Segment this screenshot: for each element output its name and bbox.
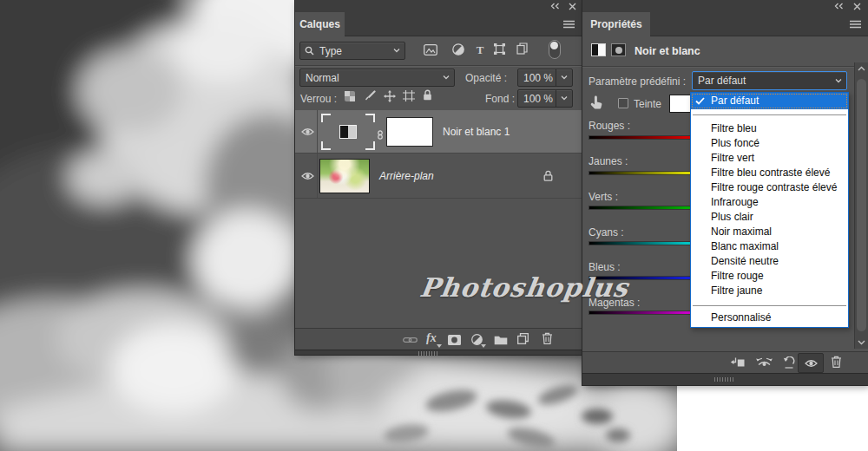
layer-filter-value: Type xyxy=(314,45,342,57)
link-layers-icon[interactable] xyxy=(403,337,418,343)
chevron-down-icon xyxy=(389,49,404,53)
layer-list: Noir et blanc 1 Arrière-plan xyxy=(295,110,582,199)
blend-mode-select[interactable]: Normal xyxy=(299,69,455,87)
layer-row-noir-et-blanc[interactable]: Noir et blanc 1 xyxy=(295,110,582,154)
slider-cyans[interactable] xyxy=(589,241,691,245)
scrollbar[interactable] xyxy=(854,62,868,349)
panel-resize-bar[interactable] xyxy=(582,373,868,385)
dropdown-item-selected[interactable]: Par défaut xyxy=(691,93,848,109)
dropdown-item[interactable]: Filtre rouge contraste élevé xyxy=(691,180,848,195)
toggle-visibility-button[interactable] xyxy=(798,353,824,373)
checkmark-icon xyxy=(695,97,705,105)
close-icon[interactable] xyxy=(569,3,576,10)
dropdown-separator xyxy=(693,305,846,306)
layer-name[interactable]: Arrière-plan xyxy=(379,170,434,182)
mask-icon[interactable] xyxy=(611,43,626,56)
preset-value: Par défaut xyxy=(693,75,746,87)
layer-name[interactable]: Noir et blanc 1 xyxy=(443,126,510,138)
layer-row-arriere-plan[interactable]: Arrière-plan xyxy=(295,154,582,199)
group-icon[interactable] xyxy=(494,335,508,345)
preset-select[interactable]: Par défaut xyxy=(692,71,847,90)
tint-checkbox[interactable] xyxy=(618,98,628,108)
view-previous-state-icon[interactable] xyxy=(756,357,773,369)
fx-icon[interactable]: fx xyxy=(426,331,437,345)
smartobject-filter-icon[interactable] xyxy=(516,42,528,55)
background-layer-thumbnail[interactable] xyxy=(319,159,370,193)
fill-input[interactable]: 100 % xyxy=(517,89,573,108)
adjustment-layer-thumbnail[interactable] xyxy=(339,125,357,139)
slider-label-magentas: Magentas : xyxy=(589,297,640,309)
dropdown-item-custom[interactable]: Personnalisé xyxy=(691,310,848,325)
properties-footer xyxy=(582,351,868,373)
dropdown-item[interactable]: Filtre bleu xyxy=(691,121,848,136)
tint-label: Teinte xyxy=(634,98,661,110)
panel-resize-bar[interactable] xyxy=(295,350,582,355)
properties-panel-tabrow: Propriétés xyxy=(582,12,868,36)
dropdown-item[interactable]: Filtre vert xyxy=(691,151,848,166)
layer-mask-thumbnail[interactable] xyxy=(386,117,433,147)
eye-icon[interactable] xyxy=(301,172,314,180)
dropdown-item[interactable]: Densité neutre xyxy=(691,254,848,269)
dropdown-item[interactable]: Blanc maximal xyxy=(691,239,848,254)
layer-filter-select[interactable]: Type xyxy=(299,42,405,60)
dropdown-separator xyxy=(693,114,846,115)
reset-icon[interactable] xyxy=(783,356,795,369)
caret-down-icon xyxy=(437,344,442,348)
slider-jaunes[interactable] xyxy=(589,171,691,175)
dropdown-item[interactable]: Filtre jaune xyxy=(691,284,848,298)
eye-icon xyxy=(805,359,818,368)
panel-menu-icon[interactable] xyxy=(850,20,861,29)
lock-all-icon[interactable] xyxy=(423,89,432,101)
dropdown-item[interactable]: Filtre rouge xyxy=(691,269,848,284)
dropdown-item[interactable]: Plus foncé xyxy=(691,136,848,151)
opacity-input[interactable]: 100 % xyxy=(517,69,573,87)
move-lock-icon[interactable] xyxy=(384,90,396,102)
eye-icon[interactable] xyxy=(301,127,314,136)
slider-label-cyans: Cyans : xyxy=(589,226,624,239)
scrollbar-thumb[interactable] xyxy=(857,79,866,331)
slider-verts[interactable] xyxy=(589,206,691,210)
visibility-cell[interactable] xyxy=(295,110,318,153)
new-layer-icon[interactable] xyxy=(517,333,529,344)
scroll-up-icon[interactable] xyxy=(858,66,865,71)
close-icon[interactable] xyxy=(853,3,861,10)
slider-magentas[interactable] xyxy=(589,310,691,315)
tab-calques[interactable]: Calques xyxy=(295,12,345,36)
clip-to-layer-icon[interactable] xyxy=(730,357,745,369)
layers-footer: fx xyxy=(295,328,582,350)
slider-bleus[interactable] xyxy=(589,276,691,280)
slider-rouges[interactable] xyxy=(589,135,691,140)
resize-grip[interactable] xyxy=(714,377,735,382)
targeted-adjustment-icon[interactable] xyxy=(589,95,605,110)
dropdown-item[interactable]: Infrarouge xyxy=(691,195,848,210)
brush-lock-icon[interactable] xyxy=(365,90,376,101)
dropdown-item[interactable]: Noir maximal xyxy=(691,225,848,239)
resize-grip[interactable] xyxy=(418,351,439,356)
shape-filter-icon[interactable] xyxy=(494,43,505,55)
scroll-down-icon[interactable] xyxy=(858,340,865,345)
add-mask-icon[interactable] xyxy=(448,335,461,345)
lock-icon xyxy=(543,170,553,181)
transparency-lock-icon[interactable] xyxy=(345,91,355,101)
delete-icon[interactable] xyxy=(831,356,842,368)
collapse-panel-icon[interactable] xyxy=(550,3,560,10)
dropdown-item[interactable]: Filtre bleu contraste élevé xyxy=(691,166,848,180)
slider-label-jaunes: Jaunes : xyxy=(589,155,628,167)
collapse-panel-icon[interactable] xyxy=(834,3,844,10)
delete-icon[interactable] xyxy=(542,332,553,344)
dropdown-item[interactable]: Plus clair xyxy=(691,210,848,225)
mask-link-icon[interactable] xyxy=(376,127,385,143)
blend-mode-value: Normal xyxy=(300,72,339,84)
filter-toggle[interactable] xyxy=(549,40,561,59)
fill-value: 100 % xyxy=(518,93,553,105)
pixel-filter-icon[interactable] xyxy=(424,44,437,56)
tint-color-swatch[interactable] xyxy=(669,95,692,113)
adjustment-filter-icon[interactable] xyxy=(452,43,464,56)
artboard-lock-icon[interactable] xyxy=(403,90,415,101)
tab-proprietes[interactable]: Propriétés xyxy=(582,12,650,36)
type-filter-icon[interactable]: T xyxy=(475,43,485,55)
dropdown-item-label: Par défaut xyxy=(711,93,759,109)
visibility-cell[interactable] xyxy=(295,154,318,198)
caret-down-icon xyxy=(481,344,486,348)
panel-menu-icon[interactable] xyxy=(563,20,575,29)
